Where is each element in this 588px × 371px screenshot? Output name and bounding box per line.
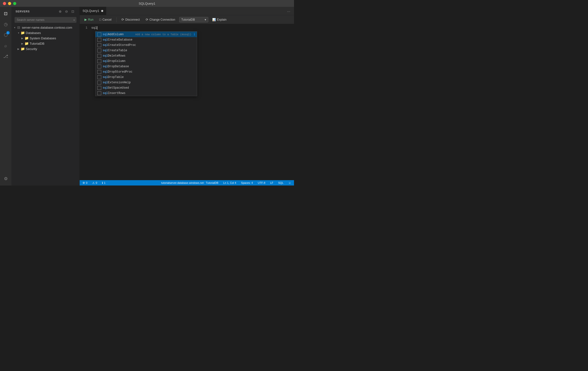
sidebar-item-history[interactable]: ◷ [1, 20, 11, 29]
autocomplete-item-11[interactable]: sqlInsertRows [95, 91, 197, 96]
add-icon: ⊕ [59, 10, 62, 13]
disconnect-button[interactable]: ⟳ Disconnect [119, 17, 142, 22]
warning-status[interactable]: ⚠ 0 [91, 181, 98, 185]
explain-icon: 📊 [212, 18, 216, 21]
server-icon: ⊟ [17, 25, 21, 29]
refresh-button[interactable]: ⊡ [70, 9, 75, 14]
security-label: Security [26, 47, 37, 51]
refresh-icon: ⊡ [71, 10, 74, 13]
git-icon: ⎇ [3, 54, 8, 59]
snippet-icon-7 [97, 70, 101, 74]
line-ending-text: LF [270, 181, 273, 184]
change-connection-button[interactable]: ⟳ Change Connection [144, 17, 177, 22]
sidebar-item-git[interactable]: ⎇ [1, 52, 11, 61]
snippet-icon-1 [97, 38, 101, 42]
autocomplete-label-4: sqlDeleteRows [103, 54, 195, 58]
line-col-text: Ln 1, Col 4 [223, 181, 236, 184]
tree-item-security[interactable]: ▶ 📁 Security [12, 46, 79, 52]
autocomplete-label-2: sqlCreateStoredProc [103, 43, 195, 47]
autocomplete-label-3: sqlCreateTable [103, 49, 195, 52]
autocomplete-label-0: sqlAddColumn [103, 33, 134, 36]
connection-selector[interactable]: TutorialDB ▾ [179, 17, 208, 22]
minimize-button[interactable] [8, 2, 11, 5]
more-tabs-button[interactable]: ··· [285, 8, 292, 15]
error-icon: ⚙ [83, 181, 85, 185]
autocomplete-item-2[interactable]: sqlCreateStoredProc [95, 42, 197, 48]
databases-label: Databases [26, 31, 41, 35]
server-connection-info[interactable]: tutorialserver.database.windows.net : Tu… [160, 181, 219, 184]
line-ending-info[interactable]: LF [269, 181, 274, 184]
autocomplete-item-3[interactable]: sqlCreateTable [95, 48, 197, 53]
toolbar: ▶ Run □ Cancel ⟳ Disconnect ⟳ Change Con… [80, 15, 294, 24]
autocomplete-item-5[interactable]: sqlDropColumn [95, 59, 197, 64]
collapse-button[interactable]: ⊖ [64, 9, 69, 14]
sidebar-item-connections[interactable]: ⬡ 1 [1, 30, 11, 40]
error-status[interactable]: ⚙ 0 [82, 181, 88, 185]
tree-item-databases[interactable]: ▾ 📁 Databases [12, 30, 79, 35]
autocomplete-item-6[interactable]: sqlDropDatabase [95, 64, 197, 69]
search-box: × [15, 17, 76, 23]
new-connection-button[interactable]: ⊕ [58, 9, 63, 14]
search-input[interactable] [15, 17, 76, 23]
change-connection-label: Change Connection [149, 18, 175, 21]
autocomplete-item-7[interactable]: sqlDropStoredProc [95, 69, 197, 74]
tutorialdb-arrow-icon: ▶ [21, 42, 24, 45]
databases-folder-icon: 📁 [21, 31, 25, 35]
error-count: 0 [86, 181, 87, 184]
snippet-icon-3 [97, 49, 101, 53]
info-icon-0: ℹ [194, 32, 195, 36]
change-connection-icon: ⟳ [146, 18, 148, 21]
indentation-info[interactable]: Spaces: 4 [240, 181, 254, 184]
search-activity-icon: ⌕ [4, 43, 7, 48]
disconnect-label: Disconnect [125, 18, 140, 21]
run-label: Run [88, 18, 94, 21]
close-button[interactable] [3, 2, 6, 5]
tree-item-server[interactable]: ▾ ⊟ server-name.database.contoso.com [12, 25, 79, 30]
info-status-icon: ℹ [102, 181, 103, 185]
text-cursor [97, 26, 97, 30]
titlebar-buttons [3, 2, 16, 5]
toolbar-separator-1 [116, 17, 116, 22]
encoding-info[interactable]: UTF-8 [257, 181, 266, 184]
cancel-button[interactable]: □ Cancel [97, 17, 113, 22]
editor-line-1: 1 sql [80, 26, 294, 31]
tab-label: SQLQuery1 [83, 9, 99, 13]
sidebar-item-search[interactable]: ⌕ [1, 41, 11, 51]
autocomplete-item-8[interactable]: sqlDropTable [95, 74, 197, 80]
tree-item-tutorialdb[interactable]: ▶ 📁 TutorialDB [12, 41, 79, 46]
autocomplete-label-5: sqlDropColumn [103, 60, 195, 63]
run-button[interactable]: ▶ Run [83, 17, 95, 22]
snippet-icon-8 [97, 75, 101, 79]
autocomplete-item-1[interactable]: sqlCreateDatabase [95, 37, 197, 42]
window-title: SQLQuery1 [139, 2, 155, 5]
run-icon: ▶ [84, 18, 87, 21]
sidebar-item-servers[interactable]: ⊡ [1, 9, 11, 19]
connections-badge: 1 [6, 31, 10, 34]
warning-count: 0 [96, 181, 97, 184]
encoding-text: UTF-8 [258, 181, 265, 184]
explain-button[interactable]: 📊 Explain [210, 17, 229, 22]
autocomplete-item-4[interactable]: sqlDeleteRows [95, 53, 197, 59]
clear-search-button[interactable]: × [73, 18, 75, 22]
server-info-text: tutorialserver.database.windows.net : Tu… [161, 181, 218, 184]
language-mode[interactable]: SQL [277, 181, 284, 184]
autocomplete-dropdown: sqlAddColumn Add a new column to a Table… [95, 31, 197, 96]
autocomplete-item-9[interactable]: sqlExtensionHelp [95, 80, 197, 85]
tree-item-system-databases[interactable]: ▶ 📁 System Databases [12, 35, 79, 41]
snippet-icon-6 [97, 64, 101, 68]
sidebar-title: SERVERS [16, 10, 30, 13]
maximize-button[interactable] [13, 2, 16, 5]
line-content-1: sql [91, 26, 97, 30]
feedback-button[interactable]: ☺ [287, 181, 292, 184]
system-dbs-arrow-icon: ▶ [21, 37, 24, 40]
settings-button[interactable]: ⚙ [1, 174, 11, 184]
editor[interactable]: 1 sql sqlAddColumn Add a new column to a… [80, 24, 294, 180]
sidebar-actions: ⊕ ⊖ ⊡ [58, 9, 75, 14]
autocomplete-item-0[interactable]: sqlAddColumn Add a new column to a Table… [95, 32, 197, 37]
warning-icon: ⚠ [92, 181, 95, 185]
autocomplete-item-10[interactable]: sqlGetSpaceUsed [95, 85, 197, 91]
settings-icon: ⚙ [4, 176, 8, 181]
info-status[interactable]: ℹ 1 [101, 181, 106, 185]
cursor-position[interactable]: Ln 1, Col 4 [222, 181, 237, 184]
tab-sqlquery1[interactable]: SQLQuery1 [80, 7, 106, 15]
